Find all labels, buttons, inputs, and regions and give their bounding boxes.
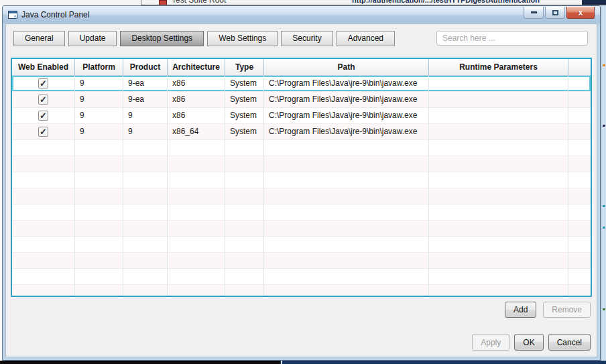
empty-cell bbox=[12, 237, 75, 252]
empty-cell bbox=[123, 188, 168, 204]
type-cell: System bbox=[225, 108, 264, 123]
empty-cell bbox=[429, 156, 568, 172]
empty-table-row[interactable] bbox=[12, 172, 591, 188]
runtime-parameters-cell bbox=[429, 92, 568, 107]
title-bar[interactable]: Java Control Panel x bbox=[3, 6, 600, 23]
add-remove-button-group: Add Remove bbox=[505, 302, 591, 318]
tab-general[interactable]: General bbox=[13, 31, 65, 46]
runtime-table-row[interactable]: ✓99x86SystemC:\Program Files\Java\jre-9\… bbox=[12, 108, 591, 124]
background-scroll-stripe bbox=[601, 5, 606, 361]
web-enabled-cell: ✓ bbox=[12, 92, 75, 107]
tab-desktop-settings[interactable]: Desktop Settings bbox=[120, 31, 204, 46]
empty-cell bbox=[168, 140, 225, 156]
empty-cell bbox=[429, 204, 568, 220]
ok-button[interactable]: OK bbox=[514, 334, 543, 351]
column-header-web-enabled[interactable]: Web Enabled bbox=[12, 59, 75, 75]
empty-table-row[interactable] bbox=[12, 269, 591, 285]
empty-cell bbox=[123, 269, 168, 284]
empty-cell bbox=[168, 269, 225, 284]
column-header-path[interactable]: Path bbox=[264, 59, 429, 75]
trailing-cell bbox=[568, 92, 591, 107]
empty-cell bbox=[568, 172, 591, 188]
tab-advanced[interactable]: Advanced bbox=[337, 31, 395, 46]
java-runtime-table: Web EnabledPlatformProductArchitectureTy… bbox=[11, 58, 592, 297]
minimize-icon bbox=[531, 11, 537, 13]
apply-button[interactable]: Apply bbox=[472, 334, 509, 351]
empty-table-row[interactable] bbox=[12, 285, 591, 297]
empty-cell bbox=[75, 237, 123, 252]
tab-update[interactable]: Update bbox=[68, 31, 117, 46]
close-button[interactable]: x bbox=[566, 7, 595, 19]
empty-cell bbox=[568, 253, 591, 268]
product-cell: 9 bbox=[123, 108, 168, 123]
empty-cell bbox=[429, 172, 568, 188]
background-window-top-strip: Test Suite Root http://authentication/..… bbox=[0, 0, 606, 5]
web-enabled-checkbox[interactable]: ✓ bbox=[38, 127, 48, 137]
empty-cell bbox=[264, 156, 429, 172]
tab-web-settings[interactable]: Web Settings bbox=[207, 31, 278, 46]
path-cell: C:\Program Files\Java\jre-9\bin\javaw.ex… bbox=[264, 76, 429, 91]
empty-cell bbox=[429, 237, 568, 252]
background-window-bottom-strip bbox=[0, 361, 606, 364]
column-header-empty[interactable] bbox=[568, 59, 591, 75]
empty-cell bbox=[123, 156, 168, 172]
empty-cell bbox=[225, 204, 264, 220]
dialog-button-group: Apply OK Cancel bbox=[472, 334, 591, 351]
trailing-cell bbox=[568, 76, 591, 91]
empty-cell bbox=[568, 156, 591, 172]
tab-security[interactable]: Security bbox=[281, 31, 332, 46]
background-black-block bbox=[0, 361, 280, 364]
empty-table-row[interactable] bbox=[12, 237, 591, 253]
empty-cell bbox=[225, 140, 264, 156]
column-header-platform[interactable]: Platform bbox=[75, 59, 123, 75]
empty-cell bbox=[568, 204, 591, 220]
empty-cell bbox=[568, 188, 591, 204]
empty-cell bbox=[264, 140, 429, 156]
empty-cell bbox=[12, 156, 75, 172]
empty-table-row[interactable] bbox=[12, 156, 591, 172]
runtime-table-row[interactable]: ✓99-eax86SystemC:\Program Files\Java\jre… bbox=[12, 92, 591, 108]
column-header-type[interactable]: Type bbox=[225, 59, 264, 75]
empty-cell bbox=[168, 237, 225, 252]
empty-table-row[interactable] bbox=[12, 140, 591, 156]
empty-cell bbox=[75, 269, 123, 284]
web-enabled-checkbox[interactable]: ✓ bbox=[38, 78, 48, 88]
stripe-mark bbox=[603, 205, 605, 207]
minimize-button[interactable] bbox=[524, 7, 544, 19]
empty-cell bbox=[123, 253, 168, 268]
empty-table-row[interactable] bbox=[12, 188, 591, 204]
empty-cell bbox=[429, 140, 568, 156]
empty-table-row[interactable] bbox=[12, 204, 591, 221]
add-button[interactable]: Add bbox=[505, 302, 536, 318]
runtime-table-row[interactable]: ✓99-eax86SystemC:\Program Files\Java\jre… bbox=[12, 76, 591, 92]
stripe-mark bbox=[603, 64, 605, 66]
background-test-suite-label: Test Suite Root bbox=[172, 0, 226, 5]
search-input[interactable] bbox=[436, 31, 588, 46]
column-header-product[interactable]: Product bbox=[123, 59, 168, 75]
trailing-cell bbox=[568, 108, 591, 123]
path-cell: C:\Program Files\Java\jre-9\bin\javaw.ex… bbox=[264, 92, 429, 107]
column-header-architecture[interactable]: Architecture bbox=[168, 59, 225, 75]
empty-cell bbox=[568, 269, 591, 284]
empty-cell bbox=[75, 253, 123, 268]
empty-cell bbox=[264, 285, 429, 297]
empty-cell bbox=[12, 285, 75, 297]
web-enabled-checkbox[interactable]: ✓ bbox=[38, 95, 48, 105]
empty-cell bbox=[225, 188, 264, 204]
maximize-button[interactable] bbox=[545, 7, 565, 19]
empty-cell bbox=[75, 156, 123, 172]
type-cell: System bbox=[225, 76, 264, 91]
empty-table-row[interactable] bbox=[12, 253, 591, 269]
type-cell: System bbox=[225, 124, 264, 139]
empty-cell bbox=[225, 172, 264, 188]
cancel-button[interactable]: Cancel bbox=[548, 334, 591, 351]
empty-cell bbox=[168, 253, 225, 268]
runtime-parameters-cell bbox=[429, 124, 568, 139]
web-enabled-checkbox[interactable]: ✓ bbox=[38, 111, 48, 121]
empty-cell bbox=[123, 285, 168, 297]
empty-table-row[interactable] bbox=[12, 221, 591, 237]
remove-button[interactable]: Remove bbox=[543, 302, 591, 318]
column-header-runtime-parameters[interactable]: Runtime Parameters bbox=[429, 59, 568, 75]
runtime-table-row[interactable]: ✓99x86_64SystemC:\Program Files\Java\jre… bbox=[12, 124, 591, 140]
close-icon: x bbox=[579, 9, 583, 17]
